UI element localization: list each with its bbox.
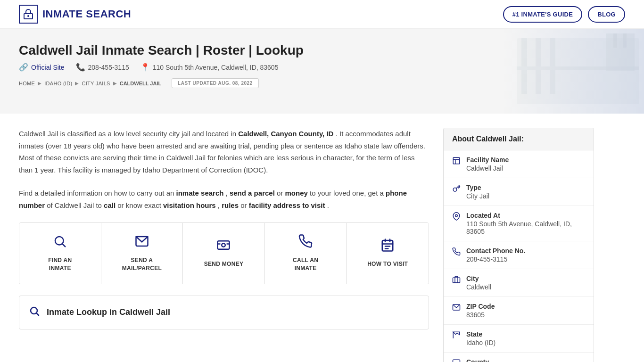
official-site-meta: 🔗 Official Site <box>19 63 65 72</box>
call-inmate-label: CALL ANINMATE <box>293 256 318 272</box>
breadcrumb-current: CALDWELL JAIL <box>120 81 161 86</box>
zip-value: 83605 <box>466 311 495 319</box>
find-inmate-card[interactable]: FIND ANINMATE <box>19 223 101 284</box>
left-column: Caldwell Jail is classified as a low lev… <box>19 128 429 362</box>
city-label: City <box>466 275 491 282</box>
city-icon <box>452 275 461 286</box>
desc-call-bold: call <box>104 201 116 209</box>
desc-text2c: or <box>277 189 283 197</box>
desc-text2h: or <box>240 201 247 209</box>
pin-icon <box>452 212 461 223</box>
phone-icon: 📞 <box>76 63 85 72</box>
phone-sidebar-icon <box>452 247 461 258</box>
desc-visitation-bold: visitation hours <box>163 201 216 209</box>
svg-line-14 <box>63 244 65 247</box>
breadcrumb-sep1: ▶ <box>38 81 41 86</box>
zip-label: ZIP Code <box>466 303 495 310</box>
breadcrumb-sep2: ▶ <box>75 81 79 86</box>
send-money-card[interactable]: SEND MONEY <box>183 223 265 284</box>
money-icon <box>216 238 231 255</box>
facility-name-content: Facility Name Caldwell Jail <box>466 156 509 172</box>
desc-rules-bold: rules <box>222 201 239 209</box>
phone-number: 208-455-3115 <box>88 64 129 71</box>
phone-content: Contact Phone No. 208-455-3115 <box>466 247 525 263</box>
main-content: Caldwell Jail is classified as a low lev… <box>0 114 613 362</box>
key-icon <box>452 184 461 195</box>
address-meta: 📍 110 South 5th Avenue, Caldwell, ID, 83… <box>140 63 279 72</box>
desc-address-bold: facility address to visit <box>249 201 325 209</box>
about-sidebar-card: About Caldwell Jail: Facility Name Caldw… <box>443 128 594 362</box>
logo-icon <box>19 5 38 24</box>
inmate-guide-button[interactable]: #1 INMATE'S GUIDE <box>503 6 583 23</box>
state-content: State Idaho (ID) <box>466 330 495 346</box>
hero-section: Caldwell Jail Inmate Search | Roster | L… <box>0 29 644 114</box>
type-row: Type City Jail <box>444 178 594 206</box>
send-money-label: SEND MONEY <box>204 260 244 268</box>
type-value: City Jail <box>466 192 489 200</box>
send-mail-label: SEND AMAIL/PARCEL <box>122 256 162 272</box>
sidebar-header: About Caldwell Jail: <box>444 128 594 150</box>
call-icon <box>298 234 313 252</box>
svg-point-17 <box>222 244 226 247</box>
zip-content: ZIP Code 83605 <box>466 303 495 319</box>
phone-meta: 📞 208-455-3115 <box>76 63 129 72</box>
logo-area: INMATE SEARCH <box>19 5 131 24</box>
how-to-visit-card[interactable]: HOW TO VISIT <box>347 223 429 284</box>
desc-text2i: . <box>327 201 329 209</box>
type-label: Type <box>466 184 489 191</box>
desc-inmate-search-bold: inmate search <box>176 189 224 197</box>
svg-rect-16 <box>218 241 230 250</box>
right-sidebar: About Caldwell Jail: Facility Name Caldw… <box>443 128 594 362</box>
desc-location-bold: Caldwell, Canyon County, ID <box>238 130 333 138</box>
building-icon <box>452 156 461 167</box>
updated-badge: LAST UPDATED AUG. 08, 2022 <box>172 78 259 88</box>
located-at-content: Located At 110 South 5th Avenue, Caldwel… <box>466 212 585 235</box>
located-at-label: Located At <box>466 212 585 219</box>
logo-text: INMATE SEARCH <box>42 8 131 20</box>
breadcrumb: HOME ▶ IDAHO (ID) ▶ CITY JAILS ▶ CALDWEL… <box>19 78 625 88</box>
description-paragraph2: Find a detailed information on how to ca… <box>19 187 429 211</box>
svg-rect-28 <box>453 157 460 164</box>
facility-name-row: Facility Name Caldwell Jail <box>444 150 594 178</box>
city-row: City Caldwell <box>444 269 594 297</box>
nav-buttons: #1 INMATE'S GUIDE BLOG <box>503 6 625 23</box>
blog-button[interactable]: BLOG <box>588 6 625 23</box>
find-icon <box>53 234 67 252</box>
city-content: City Caldwell <box>466 275 491 291</box>
send-mail-card[interactable]: SEND AMAIL/PARCEL <box>101 223 183 284</box>
find-inmate-label: FIND ANINMATE <box>48 256 72 272</box>
state-label: State <box>466 330 495 338</box>
svg-point-1 <box>28 16 29 16</box>
desc-parcel-bold: send a parcel <box>230 189 275 197</box>
city-value: Caldwell <box>466 283 491 291</box>
desc-text2d: to your loved one, get a <box>310 189 384 197</box>
svg-rect-35 <box>453 360 460 362</box>
mail-icon <box>135 234 149 252</box>
breadcrumb-category[interactable]: CITY JAILS <box>82 81 110 86</box>
official-site-link[interactable]: Official Site <box>31 64 65 71</box>
county-label: County <box>466 358 512 362</box>
how-to-visit-label: HOW TO VISIT <box>367 260 408 268</box>
state-row: State Idaho (ID) <box>444 325 594 353</box>
lookup-section: Inmate Lookup in Caldwell Jail <box>19 296 429 329</box>
svg-point-32 <box>455 214 458 217</box>
page-title: Caldwell Jail Inmate Search | Roster | L… <box>19 43 625 58</box>
type-content: Type City Jail <box>466 184 489 200</box>
visit-icon <box>380 238 395 255</box>
desc-text2b: , <box>226 189 228 197</box>
lookup-title: Inmate Lookup in Caldwell Jail <box>47 307 170 317</box>
phone-label: Contact Phone No. <box>466 247 525 255</box>
action-cards: FIND ANINMATE SEND AMAIL/PARCEL <box>19 222 429 284</box>
desc-text2g: , <box>218 201 220 209</box>
svg-rect-33 <box>453 278 460 283</box>
located-at-value: 110 South 5th Avenue, Caldwell, ID, 8360… <box>466 220 585 235</box>
breadcrumb-home[interactable]: HOME <box>19 81 35 86</box>
phone-value: 208-455-3115 <box>466 255 525 263</box>
breadcrumb-state[interactable]: IDAHO (ID) <box>44 81 72 86</box>
desc-text2: Find a detailed information on how to ca… <box>19 189 174 197</box>
call-inmate-card[interactable]: CALL ANINMATE <box>265 223 347 284</box>
desc-money-bold: money <box>285 189 308 197</box>
map-county-icon <box>452 359 461 362</box>
desc-text2f: or know exact <box>117 201 161 209</box>
link-icon: 🔗 <box>19 63 28 72</box>
